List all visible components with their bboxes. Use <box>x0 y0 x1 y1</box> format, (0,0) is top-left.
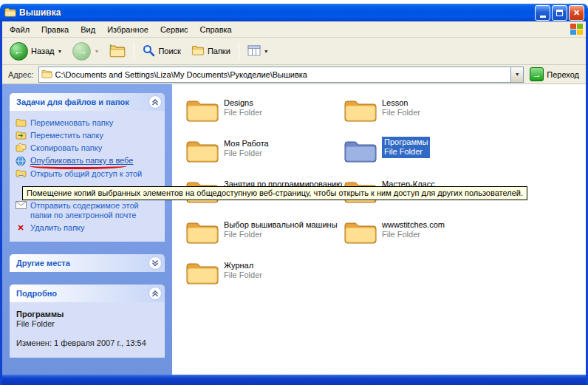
folder-icon <box>343 96 377 123</box>
folder-icon <box>185 218 219 245</box>
task-email-folder[interactable]: Отправить содержимое этой папки по элект… <box>15 200 162 222</box>
folder-type: File Folder <box>382 108 420 117</box>
folder-type: File Folder <box>384 147 428 157</box>
collapse-button[interactable] <box>148 95 162 109</box>
go-arrow-icon: → <box>530 67 544 81</box>
folder-icon <box>343 218 377 245</box>
chevron-down-icon: ▼ <box>515 72 520 77</box>
section-file-tasks: Задачи для файлов и папок Переименовать … <box>10 93 165 242</box>
maximize-button[interactable] <box>552 5 567 21</box>
tooltip: Помещение копий выбранных элементов на о… <box>22 186 527 200</box>
folder-name: Моя Работа <box>224 139 269 149</box>
search-button[interactable]: Поиск <box>138 41 185 61</box>
windows-logo-icon <box>570 24 583 35</box>
section-details: Подробно Программы File Folder Изменен: … <box>10 285 165 358</box>
file-tasks-header[interactable]: Задачи для файлов и папок <box>10 93 165 111</box>
folder-item[interactable]: DesignsFile Folder <box>185 96 344 123</box>
folders-icon <box>191 45 205 57</box>
close-icon: ✕ <box>573 8 580 18</box>
folder-icon <box>185 137 219 163</box>
folder-view[interactable]: DesignsFile Folder LessonFile Folder Моя… <box>172 84 586 375</box>
folder-type: File Folder <box>224 270 262 280</box>
folder-icon-selected <box>343 137 377 163</box>
folder-name: wwwstitches.com <box>382 220 445 230</box>
window-title: Вышивка <box>19 7 532 18</box>
address-bar: Адрес: C:\Documents and Settings\Liza\My… <box>2 65 586 84</box>
details-header[interactable]: Подробно <box>10 285 165 302</box>
folder-type: File Folder <box>382 230 445 239</box>
menu-edit[interactable]: Правка <box>35 23 75 36</box>
folder-name: Designs <box>224 98 262 108</box>
address-path[interactable]: C:\Documents and Settings\Liza\My Docume… <box>55 70 508 79</box>
address-dropdown-button[interactable]: ▼ <box>510 67 523 82</box>
views-icon <box>247 45 261 58</box>
task-rename-folder[interactable]: Переименовать папку <box>15 117 162 129</box>
task-copy-folder[interactable]: Скопировать папку <box>15 142 162 154</box>
details-body: Программы File Folder Изменен: 1 февраля… <box>10 302 165 358</box>
folder-type: File Folder <box>224 149 269 158</box>
folder-item[interactable]: Выбор вышивальной машиныFile Folder <box>185 218 344 245</box>
up-folder-icon: ↑ <box>109 44 126 58</box>
chevron-up-icon <box>150 288 160 299</box>
menu-help[interactable]: Справка <box>194 23 238 36</box>
chevron-down-icon <box>150 258 160 268</box>
other-places-header[interactable]: Другие места <box>10 254 165 272</box>
task-pane: Задачи для файлов и папок Переименовать … <box>2 84 172 375</box>
window-bottom-border <box>2 375 586 385</box>
rename-folder-icon <box>15 118 27 127</box>
email-icon <box>15 201 27 209</box>
menu-favorites[interactable]: Избранное <box>101 23 154 36</box>
details-modified: Изменен: 1 февраля 2007 г., 13:54 <box>16 338 160 347</box>
menu-file[interactable]: Файл <box>4 23 35 36</box>
task-move-folder[interactable]: Переместить папку <box>15 129 162 142</box>
folder-name: Журнал <box>224 261 262 270</box>
main-area: Задачи для файлов и папок Переименовать … <box>2 84 586 375</box>
file-tasks-body: Переименовать папку Переместить папку Ск… <box>10 111 165 242</box>
globe-icon <box>15 156 27 166</box>
menu-bar: Файл Правка Вид Избранное Сервис Справка <box>2 21 586 38</box>
back-dropdown-icon[interactable]: ▼ <box>58 49 63 54</box>
task-publish-folder-web[interactable]: Опубликовать папку в вебе <box>15 154 162 168</box>
maximize-icon <box>556 10 563 16</box>
folder-name: Выбор вышивальной машины <box>224 220 338 230</box>
menu-view[interactable]: Вид <box>75 23 101 36</box>
folder-icon <box>185 96 219 123</box>
go-button[interactable]: → Переход <box>528 67 584 81</box>
forward-dropdown-icon[interactable]: ▼ <box>94 49 99 54</box>
folder-item[interactable]: Моя РаботаFile Folder <box>185 137 344 163</box>
up-button[interactable]: ↑ <box>105 41 130 61</box>
folder-name: Программы <box>384 137 428 147</box>
folder-name: Lesson <box>382 98 420 108</box>
collapse-button[interactable] <box>148 287 162 300</box>
folder-item[interactable]: ЖурналFile Folder <box>185 259 344 285</box>
minimize-button[interactable] <box>535 5 550 21</box>
address-input[interactable]: C:\Documents and Settings\Liza\My Docume… <box>38 67 524 83</box>
up-arrow-icon: ↑ <box>108 41 112 52</box>
title-bar[interactable]: Вышивка ✕ <box>0 4 588 21</box>
forward-button[interactable]: → ▼ <box>68 39 103 64</box>
go-label: Переход <box>547 70 579 79</box>
folder-item[interactable]: wwwstitches.comFile Folder <box>343 218 502 245</box>
folder-type: File Folder <box>224 230 338 239</box>
folders-button[interactable]: Папки <box>187 42 235 60</box>
folder-icon <box>185 259 219 285</box>
views-button[interactable]: ▼ <box>243 42 273 61</box>
toolbar-separator <box>239 42 239 60</box>
views-dropdown-icon[interactable]: ▼ <box>264 49 269 54</box>
folder-item-selected[interactable]: ПрограммыFile Folder <box>343 137 502 163</box>
close-button[interactable]: ✕ <box>569 5 584 21</box>
folder-item[interactable]: LessonFile Folder <box>343 96 502 123</box>
details-type: File Folder <box>16 319 160 328</box>
chevron-up-icon <box>150 97 160 107</box>
back-button[interactable]: ← Назад ▼ <box>5 39 66 64</box>
task-share-folder[interactable]: Открыть общий доступ к этой <box>15 168 162 180</box>
minimize-icon <box>540 16 546 18</box>
back-icon: ← <box>10 42 28 61</box>
share-folder-icon <box>15 169 27 178</box>
window-folder-icon <box>4 7 16 18</box>
details-name: Программы <box>16 310 160 318</box>
expand-button[interactable] <box>148 256 162 270</box>
menu-tools[interactable]: Сервис <box>154 23 194 36</box>
task-delete-folder[interactable]: ✕ Удалить папку <box>15 222 162 234</box>
address-folder-icon <box>41 69 52 80</box>
